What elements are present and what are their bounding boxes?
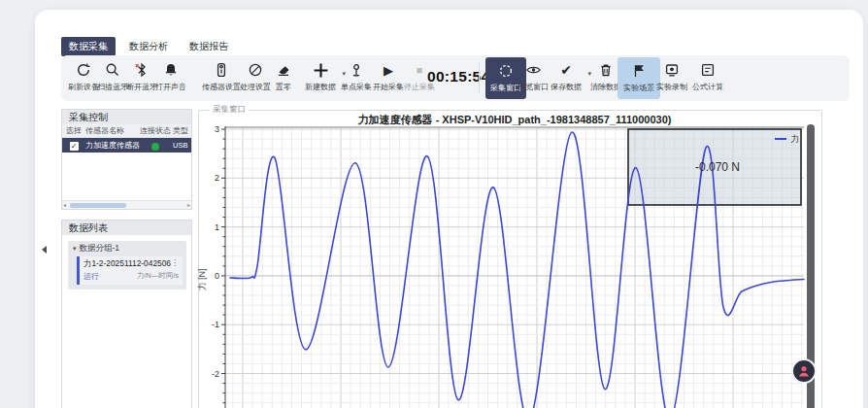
toolbar-item-label: 打开声音 bbox=[150, 82, 192, 92]
data-item-card[interactable]: 力1-2-20251112-042506 ⋮ 运行 力/N—时间/s bbox=[77, 256, 183, 285]
collect-control-panel: 采集控制 选择 传感器名称 连接状态 类型 ✓ 力加速度传感器 USB ◂ ▸ bbox=[61, 109, 192, 210]
scroll-right-arrow[interactable]: ▸ bbox=[187, 201, 190, 209]
data-item-state: 运行 bbox=[83, 271, 99, 282]
svg-text:-0.070 N: -0.070 N bbox=[695, 160, 740, 174]
bell-icon bbox=[150, 60, 192, 80]
assistant-float-button[interactable] bbox=[791, 358, 817, 384]
item-menu-dots-icon[interactable]: ⋮ bbox=[171, 258, 179, 269]
formula-calc-button[interactable]: 公式计算 bbox=[686, 60, 729, 97]
svg-text:2: 2 bbox=[215, 173, 219, 183]
sensor-type: USB bbox=[173, 141, 191, 150]
sensor-checkbox[interactable]: ✓ bbox=[70, 142, 79, 151]
scroll-thumb[interactable] bbox=[70, 203, 126, 208]
panel-title: 采集控制 bbox=[62, 110, 191, 124]
status-dot-connected bbox=[151, 143, 159, 151]
svg-text:-2: -2 bbox=[212, 369, 219, 379]
col-type: 类型 bbox=[173, 124, 191, 137]
toolbar-divider bbox=[479, 63, 480, 93]
data-group-card: ▾数据分组-1 力1-2-20251112-042506 ⋮ 运行 力/N—时间… bbox=[68, 241, 186, 289]
data-item-title: 力1-2-20251112-042506 bbox=[83, 258, 171, 269]
app-window: 数据采集 数据分析 数据报告 刷新设备 扫描蓝牙 断开蓝牙 bbox=[35, 10, 863, 408]
col-connection-status: 连接状态 bbox=[138, 124, 173, 137]
col-sensor-name: 传感器名称 bbox=[85, 124, 138, 137]
line-chart-svg[interactable]: 3210-1-2力 [N]力-0.070 N bbox=[196, 126, 808, 408]
sensor-table-row[interactable]: ✓ 力加速度传感器 USB bbox=[62, 138, 191, 153]
save-data-button[interactable]: ✔ ▾ 保存数据 bbox=[545, 60, 587, 97]
sensor-name: 力加速度传感器 bbox=[85, 140, 138, 151]
sidebar-collapse-arrow[interactable] bbox=[42, 246, 47, 254]
svg-text:0: 0 bbox=[215, 271, 219, 281]
sound-on-button[interactable]: 打开声音 bbox=[150, 60, 192, 97]
tab-data-analysis[interactable]: 数据分析 bbox=[121, 37, 176, 56]
panel-title: 数据列表 bbox=[62, 221, 191, 235]
data-group-row[interactable]: ▾数据分组-1 bbox=[68, 241, 186, 255]
check-icon: ✔ bbox=[545, 60, 587, 80]
toolbar: 刷新设备 扫描蓝牙 断开蓝牙 打开声音 传感器设置 bbox=[61, 55, 850, 101]
svg-text:-1: -1 bbox=[212, 320, 219, 329]
sensor-table-hscrollbar[interactable]: ◂ ▸ bbox=[62, 200, 191, 209]
elapsed-timer: 00:15:54 bbox=[427, 68, 491, 85]
col-select: 选择 bbox=[62, 124, 85, 137]
data-list-panel: 数据列表 ▾数据分组-1 力1-2-20251112-042506 ⋮ 运行 力… bbox=[61, 220, 192, 408]
scroll-left-arrow[interactable]: ◂ bbox=[63, 201, 66, 209]
svg-text:力: 力 bbox=[790, 134, 799, 144]
formula-icon bbox=[686, 60, 729, 80]
toolbar-item-label: 保存数据 bbox=[545, 82, 587, 92]
toolbar-item-label: 公式计算 bbox=[686, 82, 729, 92]
data-group-label: 数据分组-1 bbox=[80, 243, 120, 253]
svg-text:3: 3 bbox=[215, 126, 219, 134]
person-icon bbox=[797, 364, 811, 378]
tab-data-report[interactable]: 数据报告 bbox=[182, 37, 236, 56]
tab-data-collect[interactable]: 数据采集 bbox=[61, 37, 116, 56]
chart-title: 力加速度传感器 - XHSP-V10HID_path_-1981348857_1… bbox=[225, 113, 804, 127]
data-item-axes: 力/N—时间/s bbox=[137, 271, 179, 282]
svg-text:力 [N]: 力 [N] bbox=[197, 268, 207, 290]
svg-text:1: 1 bbox=[215, 222, 219, 232]
tree-expand-caret-icon[interactable]: ▾ bbox=[73, 245, 77, 252]
main-tab-bar: 数据采集 数据分析 数据报告 bbox=[61, 37, 236, 56]
chart-plot-area[interactable]: 3210-1-2力 [N]力-0.070 N bbox=[196, 126, 808, 408]
